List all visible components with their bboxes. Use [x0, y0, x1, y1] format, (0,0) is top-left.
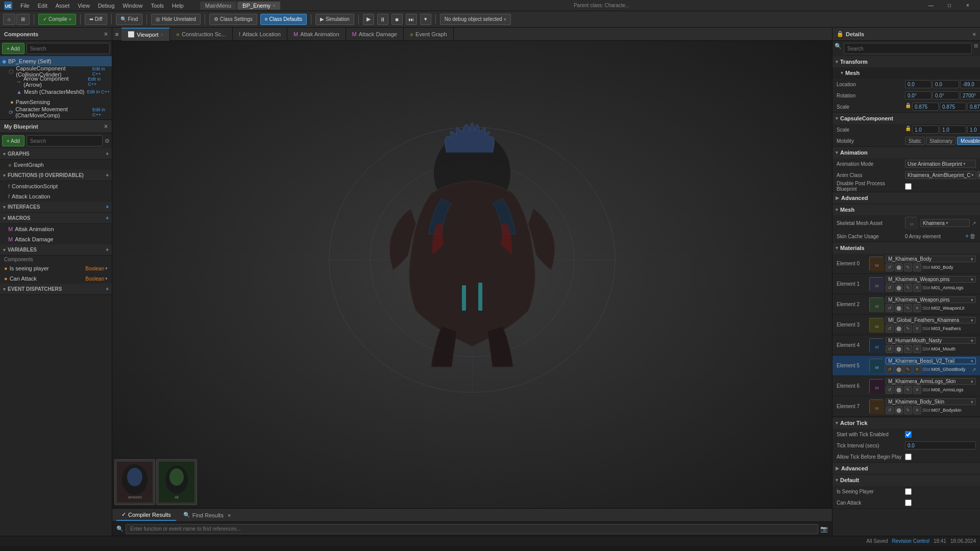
pause-button[interactable]: ⏸	[377, 14, 388, 25]
menu-help[interactable]: Help	[170, 3, 186, 9]
mat-edit-btn[interactable]: ✎	[904, 324, 912, 333]
anim-mode-dropdown[interactable]: Use Animation Blueprint ▾	[905, 160, 976, 168]
variables-section-header[interactable]: ▾ VARIABLES +	[0, 244, 112, 256]
add-macro-icon[interactable]: +	[106, 215, 109, 221]
tab-attack-location[interactable]: f Attack Location	[233, 28, 287, 41]
mat-browse-btn[interactable]: ⬤	[895, 284, 903, 292]
mat-edit-btn[interactable]: ✎	[904, 386, 912, 394]
find-input[interactable]	[126, 524, 818, 534]
add-graph-icon[interactable]: +	[106, 151, 109, 157]
movable-button[interactable]: Movable	[957, 137, 980, 145]
static-button[interactable]: Static	[905, 137, 925, 145]
mat-use-btn[interactable]: ↺	[886, 284, 894, 292]
location-x-input[interactable]	[905, 80, 932, 88]
viewport-area[interactable]: Perspective Lit ⊹ ↔ ↺ ⇱ ⊞ 10 ▲ 10 ↺ 10 ⇱…	[112, 41, 832, 508]
default-header[interactable]: ▾ Default	[832, 474, 980, 486]
graphs-section-header[interactable]: ▾ GRAPHS +	[0, 148, 112, 160]
material-7-dropdown[interactable]: M_Khaimera_Body_Skin ▾	[886, 398, 976, 405]
mat-clear-btn[interactable]: ✕	[913, 386, 921, 394]
tab-compiler-results[interactable]: ✓ Compiler Results	[116, 510, 176, 521]
tick-enabled-checkbox[interactable]	[905, 431, 912, 438]
find-button[interactable]: 🔍 Find	[116, 14, 142, 25]
minimize-button[interactable]: —	[923, 0, 939, 11]
tab-find-results[interactable]: 🔍 Find Results ×	[178, 510, 236, 521]
menu-tools[interactable]: Tools	[149, 3, 166, 9]
mesh-subheader[interactable]: ▾ Mesh	[832, 67, 980, 79]
mat-clear-btn[interactable]: ✕	[913, 263, 921, 271]
location-z-input[interactable]	[960, 80, 980, 88]
location-y-input[interactable]	[933, 80, 959, 88]
preview-thumb-2[interactable]: alt	[156, 459, 197, 505]
revision-label[interactable]: Revision Control	[892, 538, 929, 544]
mat-browse-btn[interactable]: ⬤	[895, 263, 903, 271]
mat-browse-btn[interactable]: ⬤	[895, 345, 903, 353]
add-function-icon[interactable]: +	[106, 172, 109, 178]
mat-edit-btn[interactable]: ✎	[904, 345, 912, 353]
interfaces-section-header[interactable]: ▾ INTERFACES +	[0, 202, 112, 213]
tree-item-pawn[interactable]: ● PawnSensing	[0, 97, 112, 107]
can-attack-checkbox[interactable]	[905, 499, 912, 506]
macros-section-header[interactable]: ▾ MACROS +	[0, 213, 112, 224]
tab-attack-damage[interactable]: M Attack Damage	[346, 28, 404, 41]
advanced-2-header[interactable]: ▶ Advanced	[832, 463, 980, 474]
mat-use-btn[interactable]: ↺	[886, 365, 894, 373]
add-dispatcher-icon[interactable]: +	[106, 286, 109, 292]
tab-bpenemy[interactable]: BP_Enemy ×	[237, 2, 280, 10]
blueprint-close-icon[interactable]: ×	[104, 123, 108, 130]
mat-use-btn[interactable]: ↺	[886, 386, 894, 394]
menu-asset[interactable]: Asset	[54, 3, 72, 9]
mat-clear-btn[interactable]: ✕	[913, 324, 921, 333]
disable-post-checkbox[interactable]	[905, 183, 912, 190]
mat-clear-btn[interactable]: ✕	[913, 406, 921, 414]
expand-icon[interactable]: ↗	[972, 220, 976, 226]
tree-item-constructionscript[interactable]: f ConstructionScript	[0, 181, 112, 191]
mat-clear-btn[interactable]: ✕	[913, 304, 921, 312]
mat-clear-btn[interactable]: ✕	[913, 284, 921, 292]
material-4-dropdown[interactable]: M_HumanMouth_Nasty ▾	[886, 337, 976, 344]
tree-item-capsule[interactable]: ⬡ CapsuleComponent (CollisionCylinder) E…	[0, 66, 112, 77]
add-component-button[interactable]: + Add	[2, 43, 24, 54]
preview-thumb-1[interactable]: armored	[114, 459, 155, 505]
capsule-x-input[interactable]	[912, 126, 939, 134]
tree-item-attacklocation[interactable]: f Attack Location	[0, 191, 112, 202]
lock-scale-icon[interactable]: 🔒	[905, 103, 911, 111]
tab-mainmenu[interactable]: MainMenu	[200, 2, 236, 10]
edit-cpp-link[interactable]: Edit in C++	[92, 107, 110, 117]
debug-object-dropdown[interactable]: No debug object selected ▾	[440, 14, 511, 25]
mat-browse-btn[interactable]: ⬤	[895, 406, 903, 414]
mat-edit-btn[interactable]: ✎	[904, 284, 912, 292]
components-search-input[interactable]	[27, 43, 110, 54]
edit-cpp-link[interactable]: Edit in C++	[88, 77, 110, 87]
maximize-button[interactable]: □	[941, 0, 958, 11]
mat-clear-btn[interactable]: ✕	[913, 365, 921, 373]
close-button[interactable]: ×	[960, 0, 976, 11]
rotation-z-input[interactable]	[960, 91, 980, 99]
tree-item-charmove[interactable]: ⟳ Character Movement (CharMoveComp) Edit…	[0, 107, 112, 117]
menu-edit[interactable]: Edit	[36, 3, 50, 9]
skeletal-mesh-dropdown[interactable]: Khaimera ▾	[920, 219, 970, 227]
mat-browse-btn[interactable]: ⬤	[895, 365, 903, 373]
actor-tick-header[interactable]: ▾ Actor Tick	[832, 417, 980, 429]
rotation-x-input[interactable]	[905, 91, 932, 99]
seeing-player-checkbox[interactable]	[905, 488, 912, 495]
filter-icon[interactable]: ⊞	[974, 43, 978, 54]
anim-class-dropdown[interactable]: Khaimera_AnimBlueprint_C ▾	[905, 171, 976, 179]
edit-cpp-link[interactable]: Edit in C++	[92, 66, 110, 77]
mat-edit-btn[interactable]: ✎	[904, 365, 912, 373]
capsule-z-input[interactable]	[967, 126, 980, 134]
tree-item-bpenemy[interactable]: ◆ BP_Enemy (Self)	[0, 56, 112, 66]
allow-tick-checkbox[interactable]	[905, 454, 912, 460]
simulation-button[interactable]: ▶ Simulation	[315, 14, 354, 25]
add-variable-icon[interactable]: +	[106, 247, 109, 253]
material-5-dropdown[interactable]: M_Khaimera_Beast_V2_Trail ▾	[886, 358, 976, 364]
mat-use-btn[interactable]: ↺	[886, 304, 894, 312]
edit-cpp-link[interactable]: Edit in C++	[87, 89, 110, 94]
mat-browse-btn[interactable]: ⬤	[895, 324, 903, 333]
stop-button[interactable]: ■	[391, 14, 403, 25]
grid-button[interactable]: ⊞	[16, 14, 30, 25]
skip-button[interactable]: ⏭	[406, 14, 417, 25]
more-play-button[interactable]: ▾	[420, 14, 431, 25]
animation-header[interactable]: ▾ Animation	[832, 147, 980, 158]
tree-item-attakanim[interactable]: M Attak Animation	[0, 224, 112, 234]
mat-browse-btn[interactable]: ⬤	[895, 386, 903, 394]
